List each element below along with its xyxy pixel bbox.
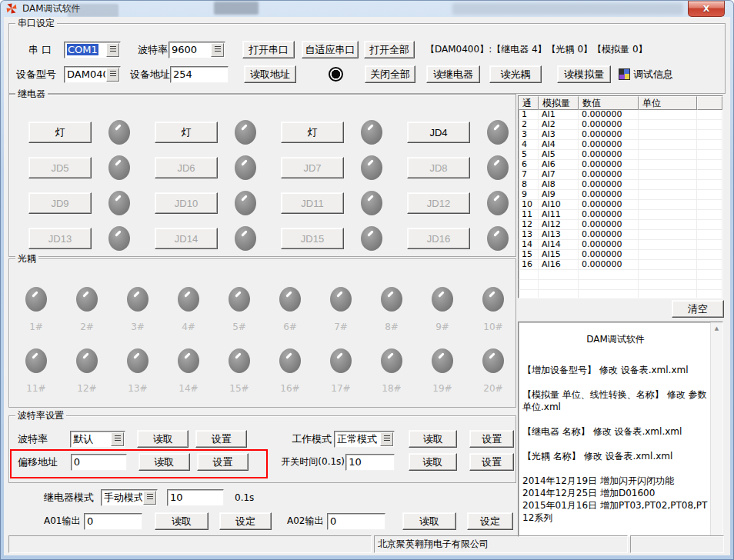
dropdown-arrow-icon[interactable] [106, 68, 119, 82]
switch-time-set-button[interactable]: 设置 [469, 453, 514, 471]
work-mode-set-button[interactable]: 设置 [469, 430, 514, 448]
dropdown-arrow-icon[interactable] [143, 491, 156, 505]
analog-table-row[interactable]: 6AI60.000000 [519, 160, 722, 170]
debug-info-icon[interactable] [619, 68, 630, 80]
relay-lamp-7-icon[interactable] [361, 155, 382, 180]
relay-button-2[interactable]: 灯 [155, 122, 218, 143]
titlebar[interactable]: DAM调试软件 X [0, 0, 734, 17]
relay-button-4[interactable]: JD4 [407, 122, 470, 143]
a01-read-button[interactable]: 读取 [155, 512, 209, 530]
analog-table-row[interactable]: 2AI20.000000 [519, 120, 722, 130]
opto-lamp-14-icon[interactable] [178, 348, 199, 373]
baud-setting-select[interactable]: 默认 [70, 431, 125, 448]
opto-lamp-4-icon[interactable] [178, 287, 199, 312]
read-relay-button[interactable]: 读继电器 [426, 65, 480, 83]
opto-lamp-5-icon[interactable] [229, 287, 250, 312]
analog-table-row[interactable]: 7AI70.000000 [519, 170, 722, 180]
clear-button[interactable]: 清空 [672, 300, 724, 318]
read-opto-button[interactable]: 读光耦 [489, 65, 542, 83]
opto-lamp-19-icon[interactable] [432, 348, 453, 373]
read-analog-button[interactable]: 读模拟量 [557, 65, 611, 83]
opto-lamp-13-icon[interactable] [127, 348, 148, 373]
relay-button-14[interactable]: JD14 [155, 228, 218, 249]
opto-lamp-15-icon[interactable] [229, 348, 250, 373]
debug-info-label[interactable]: 调试信息 [633, 68, 673, 82]
analog-table-row[interactable]: 11AI110.000000 [519, 210, 722, 220]
analog-table-header-cell[interactable]: 数值 [579, 96, 639, 110]
relay-button-12[interactable]: JD12 [407, 192, 470, 214]
relay-lamp-14-icon[interactable] [235, 226, 256, 251]
analog-table-row[interactable]: 15AI150.000000 [519, 250, 722, 260]
close-button[interactable]: X [688, 1, 725, 17]
open-port-button[interactable]: 打开串口 [242, 41, 295, 58]
opto-lamp-2-icon[interactable] [76, 287, 98, 312]
dropdown-arrow-icon[interactable] [211, 43, 224, 57]
analog-table-row[interactable]: 9AI90.000000 [519, 190, 722, 200]
a02-set-button[interactable]: 设定 [467, 512, 513, 530]
opto-lamp-16-icon[interactable] [279, 348, 301, 373]
opto-lamp-6-icon[interactable] [279, 287, 301, 312]
analog-table-row[interactable] [519, 280, 722, 290]
adaptive-port-button[interactable]: 自适应串口 [302, 41, 359, 58]
relay-mode-time-input[interactable]: 10 [167, 489, 224, 506]
open-all-button[interactable]: 打开全部 [364, 41, 415, 58]
work-mode-select[interactable]: 正常模式 [334, 431, 395, 448]
relay-button-15[interactable]: JD15 [281, 228, 344, 249]
a02-output-input[interactable]: 0 [327, 513, 385, 530]
opto-lamp-20-icon[interactable] [482, 348, 504, 373]
analog-table-row[interactable]: 3AI30.000000 [519, 130, 722, 140]
analog-table-row[interactable]: 1AI10.000000 [519, 110, 722, 120]
close-all-button[interactable]: 关闭全部 [365, 65, 415, 83]
a01-set-button[interactable]: 设定 [219, 512, 272, 530]
relay-button-3[interactable]: 灯 [281, 122, 344, 143]
com-port-select[interactable]: COM1 [64, 42, 121, 58]
analog-table-row[interactable]: 13AI130.000000 [519, 230, 722, 240]
analog-table-header-cell[interactable]: 单位 [639, 96, 697, 110]
read-address-button[interactable]: 读取地址 [244, 65, 296, 83]
opto-lamp-11-icon[interactable] [25, 348, 47, 373]
switch-time-input[interactable]: 10 [345, 454, 394, 471]
analog-table-row[interactable] [519, 290, 722, 298]
opto-lamp-18-icon[interactable] [381, 348, 402, 373]
relay-button-16[interactable]: JD16 [407, 228, 470, 249]
opto-lamp-8-icon[interactable] [381, 287, 402, 312]
relay-button-5[interactable]: JD5 [28, 157, 92, 178]
relay-button-11[interactable]: JD11 [281, 192, 344, 214]
opto-lamp-1-icon[interactable] [25, 287, 47, 312]
relay-lamp-16-icon[interactable] [487, 226, 509, 251]
relay-lamp-10-icon[interactable] [235, 191, 256, 215]
relay-button-1[interactable]: 灯 [28, 122, 92, 143]
analog-table-row[interactable]: 14AI140.000000 [519, 240, 722, 250]
opto-lamp-7-icon[interactable] [330, 287, 352, 312]
analog-table-header-cell[interactable]: 模拟量 [539, 96, 579, 110]
relay-button-6[interactable]: JD6 [155, 157, 218, 178]
relay-mode-select[interactable]: 手动模式 [101, 489, 158, 506]
relay-lamp-3-icon[interactable] [361, 120, 382, 145]
opto-lamp-3-icon[interactable] [127, 287, 148, 312]
analog-table-header-cell[interactable]: 通 [519, 96, 539, 110]
analog-table-row[interactable]: 10AI100.000000 [519, 200, 722, 210]
baud-set-button[interactable]: 设置 [195, 430, 247, 448]
analog-table-row[interactable]: 4AI40.000000 [519, 140, 722, 150]
baud-rate-select[interactable]: 9600 [168, 42, 225, 58]
relay-lamp-6-icon[interactable] [235, 155, 256, 180]
analog-table-row[interactable]: 16AI160.000000 [519, 260, 722, 270]
relay-lamp-8-icon[interactable] [487, 155, 509, 180]
relay-button-9[interactable]: JD9 [28, 192, 92, 214]
offset-address-input[interactable]: 0 [71, 454, 127, 471]
relay-button-7[interactable]: JD7 [281, 157, 344, 178]
analog-table-row[interactable]: 5AI50.000000 [519, 150, 722, 160]
opto-lamp-17-icon[interactable] [330, 348, 352, 373]
analog-table-row[interactable]: 12AI120.000000 [519, 220, 722, 230]
relay-lamp-15-icon[interactable] [361, 226, 382, 251]
device-address-input[interactable]: 254 [170, 66, 229, 83]
dropdown-arrow-icon[interactable] [106, 43, 119, 57]
relay-lamp-12-icon[interactable] [487, 191, 509, 215]
relay-lamp-2-icon[interactable] [235, 120, 256, 145]
relay-lamp-1-icon[interactable] [108, 120, 130, 145]
relay-lamp-13-icon[interactable] [108, 226, 130, 251]
dropdown-arrow-icon[interactable] [380, 432, 393, 446]
opto-lamp-9-icon[interactable] [432, 287, 453, 312]
offset-read-button[interactable]: 读取 [138, 453, 190, 471]
relay-button-13[interactable]: JD13 [28, 228, 92, 249]
